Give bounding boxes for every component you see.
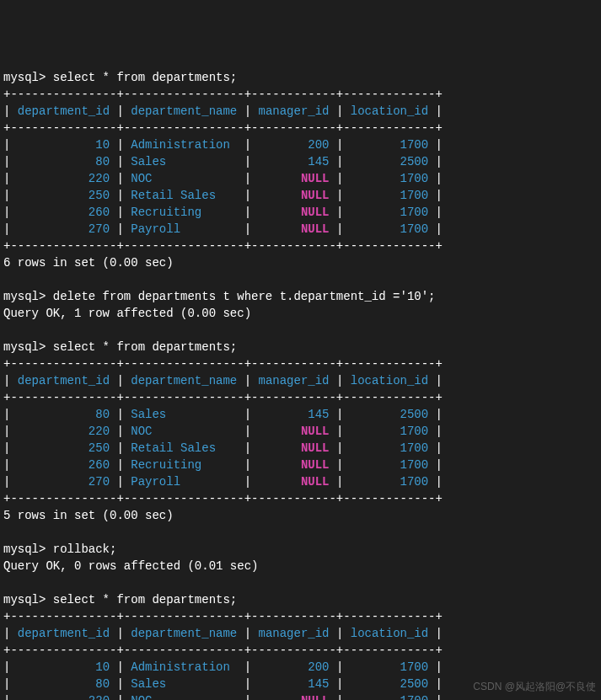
pipe: | <box>110 189 131 202</box>
pipe: | <box>428 222 443 236</box>
query-select-3: mysql> select * from departments; <box>3 591 598 608</box>
cell-department-name: Sales <box>131 408 237 421</box>
cell-department-id: 220 <box>18 694 110 700</box>
pipe: | <box>428 374 443 387</box>
cell-department-id: 220 <box>18 172 110 185</box>
query-select-1: mysql> select * from departments; <box>3 69 598 86</box>
cell-department-id: 260 <box>18 206 110 219</box>
pipe: | <box>428 155 443 168</box>
terminal-output[interactable]: mysql> select * from departments;+------… <box>3 69 598 700</box>
pipe: | <box>428 458 443 472</box>
query-rollback: mysql> rollback; <box>3 541 598 558</box>
pipe: | <box>237 189 258 202</box>
border-line: +---------------+-----------------+-----… <box>3 492 443 505</box>
blank-line <box>3 322 598 339</box>
pipe: | <box>237 206 258 219</box>
pipe: | <box>428 441 443 455</box>
table-row: | 270 | Payroll | NULL | 1700 | <box>3 221 598 238</box>
cell-department-id: 10 <box>18 660 110 674</box>
watermark-text: CSDN @风起洛阳@不良使 <box>473 678 596 695</box>
pipe: | <box>3 458 18 472</box>
cell-location-id: 1700 <box>351 458 428 472</box>
sql-command: delete from departments t where t.depart… <box>53 290 436 303</box>
pipe: | <box>3 374 18 387</box>
pipe: | <box>237 425 258 438</box>
pipe: | <box>110 458 131 472</box>
blank-line <box>3 524 598 541</box>
table-border: +---------------+-----------------+-----… <box>3 490 598 507</box>
cell-location-id: 1700 <box>351 189 428 202</box>
cell-manager-id: 145 <box>259 408 330 421</box>
pipe: | <box>110 441 131 455</box>
cell-department-id: 80 <box>18 677 110 691</box>
cell-manager-id-null: NULL <box>259 189 330 202</box>
col-department-name: department_name <box>131 104 237 118</box>
col-department-id: department_id <box>18 374 110 387</box>
pipe: | <box>330 206 351 219</box>
status-text: Query OK, 0 rows affected (0.01 sec) <box>3 559 258 573</box>
cell-location-id: 1700 <box>351 475 428 489</box>
cell-location-id: 1700 <box>351 694 428 700</box>
status-text: Query OK, 1 row affected (0.00 sec) <box>3 307 251 320</box>
pipe: | <box>237 155 258 168</box>
status-rollback: Query OK, 0 rows affected (0.01 sec) <box>3 558 598 574</box>
pipe: | <box>3 694 18 700</box>
border-line: +---------------+-----------------+-----… <box>3 239 443 253</box>
pipe: | <box>237 660 258 674</box>
pipe: | <box>330 155 351 168</box>
mysql-prompt: mysql> <box>3 340 53 354</box>
pipe: | <box>330 441 351 455</box>
sql-command: select * from departments; <box>53 71 237 84</box>
pipe: | <box>3 104 18 118</box>
sql-command: select * from departments; <box>53 593 237 606</box>
cell-manager-id-null: NULL <box>259 222 330 236</box>
cell-manager-id-null: NULL <box>259 458 330 472</box>
cell-department-name: Payroll <box>131 222 237 236</box>
pipe: | <box>110 374 131 387</box>
pipe: | <box>3 222 18 236</box>
pipe: | <box>330 425 351 438</box>
pipe: | <box>330 475 351 489</box>
cell-location-id: 1700 <box>351 660 428 674</box>
pipe: | <box>237 374 258 387</box>
pipe: | <box>3 408 18 421</box>
col-department-id: department_id <box>18 104 110 118</box>
pipe: | <box>3 206 18 219</box>
mysql-prompt: mysql> <box>3 71 53 84</box>
pipe: | <box>110 104 131 118</box>
pipe: | <box>3 189 18 202</box>
pipe: | <box>3 627 18 640</box>
border-line: +---------------+-----------------+-----… <box>3 610 443 623</box>
cell-location-id: 1700 <box>351 441 428 455</box>
table-border: +---------------+-----------------+-----… <box>3 120 598 136</box>
border-line: +---------------+-----------------+-----… <box>3 88 443 101</box>
table-row: | 270 | Payroll | NULL | 1700 | <box>3 473 598 490</box>
cell-location-id: 1700 <box>351 206 428 219</box>
pipe: | <box>3 425 18 438</box>
pipe: | <box>428 206 443 219</box>
pipe: | <box>110 172 131 185</box>
pipe: | <box>237 441 258 455</box>
border-line: +---------------+-----------------+-----… <box>3 391 443 404</box>
cell-department-name: Sales <box>131 155 237 168</box>
query-select-2: mysql> select * from departments; <box>3 339 598 355</box>
col-location-id: location_id <box>351 104 428 118</box>
table-row: | 260 | Recruiting | NULL | 1700 | <box>3 204 598 221</box>
table-row: | 10 | Administration | 200 | 1700 | <box>3 659 598 676</box>
cell-department-name: Recruiting <box>131 458 237 472</box>
pipe: | <box>110 138 131 152</box>
sql-command: select * from departments; <box>53 340 237 354</box>
cell-department-name: Retail Sales <box>131 441 237 455</box>
cell-department-id: 270 <box>18 222 110 236</box>
pipe: | <box>110 425 131 438</box>
table-row: | 250 | Retail Sales | NULL | 1700 | <box>3 187 598 204</box>
pipe: | <box>3 475 18 489</box>
cell-manager-id-null: NULL <box>259 425 330 438</box>
col-location-id: location_id <box>351 627 428 640</box>
pipe: | <box>3 172 18 185</box>
col-manager-id: manager_id <box>259 374 330 387</box>
pipe: | <box>237 408 258 421</box>
pipe: | <box>330 172 351 185</box>
pipe: | <box>110 660 131 674</box>
pipe: | <box>110 475 131 489</box>
